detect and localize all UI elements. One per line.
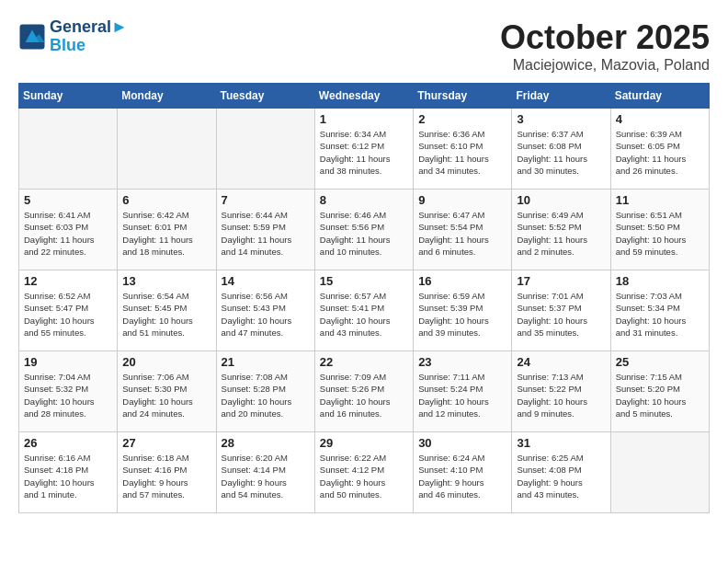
day-number: 23 <box>418 355 506 369</box>
day-number: 15 <box>320 274 408 288</box>
logo-icon <box>18 23 46 51</box>
weekday-header-thursday: Thursday <box>414 84 512 109</box>
day-number: 20 <box>122 355 210 369</box>
calendar-cell: 22Sunrise: 7:09 AM Sunset: 5:26 PM Dayli… <box>314 351 413 432</box>
calendar-cell: 7Sunrise: 6:44 AM Sunset: 5:59 PM Daylig… <box>216 190 314 270</box>
day-info: Sunrise: 7:06 AM Sunset: 5:30 PM Dayligh… <box>122 371 210 419</box>
weekday-header-sunday: Sunday <box>19 84 118 109</box>
calendar-cell: 12Sunrise: 6:52 AM Sunset: 5:47 PM Dayli… <box>19 270 118 351</box>
calendar-header: SundayMondayTuesdayWednesdayThursdayFrid… <box>19 84 710 109</box>
calendar-cell <box>610 432 709 513</box>
day-info: Sunrise: 6:49 AM Sunset: 5:52 PM Dayligh… <box>517 209 605 258</box>
day-number: 6 <box>122 193 210 207</box>
day-info: Sunrise: 6:57 AM Sunset: 5:41 PM Dayligh… <box>320 290 408 339</box>
day-info: Sunrise: 7:04 AM Sunset: 5:32 PM Dayligh… <box>24 371 112 419</box>
calendar-cell: 18Sunrise: 7:03 AM Sunset: 5:34 PM Dayli… <box>610 270 709 351</box>
day-info: Sunrise: 6:39 AM Sunset: 6:05 PM Dayligh… <box>616 128 704 177</box>
calendar-week-2: 5Sunrise: 6:41 AM Sunset: 6:03 PM Daylig… <box>19 190 710 270</box>
day-info: Sunrise: 7:01 AM Sunset: 5:37 PM Dayligh… <box>517 290 605 339</box>
weekday-header-row: SundayMondayTuesdayWednesdayThursdayFrid… <box>19 84 710 109</box>
calendar-week-1: 1Sunrise: 6:34 AM Sunset: 6:12 PM Daylig… <box>19 109 710 190</box>
day-info: Sunrise: 6:51 AM Sunset: 5:50 PM Dayligh… <box>616 209 704 258</box>
calendar-week-3: 12Sunrise: 6:52 AM Sunset: 5:47 PM Dayli… <box>19 270 710 351</box>
day-number: 11 <box>616 193 704 207</box>
day-number: 29 <box>320 436 408 450</box>
calendar-cell: 29Sunrise: 6:22 AM Sunset: 4:12 PM Dayli… <box>314 432 413 513</box>
day-info: Sunrise: 6:41 AM Sunset: 6:03 PM Dayligh… <box>24 209 112 258</box>
day-info: Sunrise: 6:37 AM Sunset: 6:08 PM Dayligh… <box>517 128 605 177</box>
day-number: 13 <box>122 274 210 288</box>
weekday-header-tuesday: Tuesday <box>216 84 314 109</box>
day-info: Sunrise: 6:59 AM Sunset: 5:39 PM Dayligh… <box>418 290 506 339</box>
day-info: Sunrise: 6:18 AM Sunset: 4:16 PM Dayligh… <box>122 452 210 500</box>
day-info: Sunrise: 7:15 AM Sunset: 5:20 PM Dayligh… <box>616 371 704 419</box>
calendar-cell: 10Sunrise: 6:49 AM Sunset: 5:52 PM Dayli… <box>512 190 610 270</box>
location-subtitle: Maciejowice, Mazovia, Poland <box>500 57 710 74</box>
day-number: 30 <box>418 436 506 450</box>
day-info: Sunrise: 7:13 AM Sunset: 5:22 PM Dayligh… <box>517 371 605 419</box>
day-info: Sunrise: 6:42 AM Sunset: 6:01 PM Dayligh… <box>122 209 210 258</box>
day-number: 25 <box>616 355 704 369</box>
calendar-cell: 25Sunrise: 7:15 AM Sunset: 5:20 PM Dayli… <box>610 351 709 432</box>
day-info: Sunrise: 7:11 AM Sunset: 5:24 PM Dayligh… <box>418 371 506 419</box>
day-info: Sunrise: 6:22 AM Sunset: 4:12 PM Dayligh… <box>320 452 408 500</box>
calendar-table: SundayMondayTuesdayWednesdayThursdayFrid… <box>18 83 710 513</box>
day-info: Sunrise: 7:08 AM Sunset: 5:28 PM Dayligh… <box>222 371 310 419</box>
day-number: 9 <box>418 193 506 207</box>
day-info: Sunrise: 6:20 AM Sunset: 4:14 PM Dayligh… <box>222 452 310 500</box>
calendar-cell: 4Sunrise: 6:39 AM Sunset: 6:05 PM Daylig… <box>610 109 709 190</box>
calendar-cell <box>19 109 118 190</box>
calendar-cell: 5Sunrise: 6:41 AM Sunset: 6:03 PM Daylig… <box>19 190 118 270</box>
weekday-header-friday: Friday <box>512 84 610 109</box>
calendar-cell <box>216 109 314 190</box>
day-info: Sunrise: 6:54 AM Sunset: 5:45 PM Dayligh… <box>122 290 210 339</box>
day-info: Sunrise: 6:52 AM Sunset: 5:47 PM Dayligh… <box>24 290 112 339</box>
day-number: 5 <box>24 193 112 207</box>
day-number: 10 <box>517 193 605 207</box>
day-number: 31 <box>517 436 605 450</box>
day-number: 14 <box>222 274 310 288</box>
day-info: Sunrise: 6:25 AM Sunset: 4:08 PM Dayligh… <box>517 452 605 500</box>
month-title: October 2025 <box>500 18 710 57</box>
logo-text: General► Blue <box>50 18 128 55</box>
day-info: Sunrise: 6:56 AM Sunset: 5:43 PM Dayligh… <box>222 290 310 339</box>
calendar-cell: 23Sunrise: 7:11 AM Sunset: 5:24 PM Dayli… <box>414 351 512 432</box>
day-number: 22 <box>320 355 408 369</box>
calendar-cell: 31Sunrise: 6:25 AM Sunset: 4:08 PM Dayli… <box>512 432 610 513</box>
calendar-cell: 13Sunrise: 6:54 AM Sunset: 5:45 PM Dayli… <box>118 270 216 351</box>
day-info: Sunrise: 6:24 AM Sunset: 4:10 PM Dayligh… <box>418 452 506 500</box>
calendar-cell: 8Sunrise: 6:46 AM Sunset: 5:56 PM Daylig… <box>314 190 413 270</box>
day-info: Sunrise: 6:46 AM Sunset: 5:56 PM Dayligh… <box>320 209 408 258</box>
day-info: Sunrise: 6:36 AM Sunset: 6:10 PM Dayligh… <box>418 128 506 177</box>
day-info: Sunrise: 6:44 AM Sunset: 5:59 PM Dayligh… <box>222 209 310 258</box>
day-number: 7 <box>222 193 310 207</box>
day-info: Sunrise: 7:03 AM Sunset: 5:34 PM Dayligh… <box>616 290 704 339</box>
day-number: 17 <box>517 274 605 288</box>
day-number: 16 <box>418 274 506 288</box>
calendar-cell: 30Sunrise: 6:24 AM Sunset: 4:10 PM Dayli… <box>414 432 512 513</box>
logo: General► Blue <box>18 18 128 55</box>
calendar-cell: 9Sunrise: 6:47 AM Sunset: 5:54 PM Daylig… <box>414 190 512 270</box>
day-number: 3 <box>517 112 605 126</box>
calendar-cell: 3Sunrise: 6:37 AM Sunset: 6:08 PM Daylig… <box>512 109 610 190</box>
calendar-cell: 26Sunrise: 6:16 AM Sunset: 4:18 PM Dayli… <box>19 432 118 513</box>
weekday-header-wednesday: Wednesday <box>314 84 413 109</box>
day-info: Sunrise: 7:09 AM Sunset: 5:26 PM Dayligh… <box>320 371 408 419</box>
calendar-cell: 16Sunrise: 6:59 AM Sunset: 5:39 PM Dayli… <box>414 270 512 351</box>
day-number: 24 <box>517 355 605 369</box>
calendar-cell: 19Sunrise: 7:04 AM Sunset: 5:32 PM Dayli… <box>19 351 118 432</box>
calendar-week-5: 26Sunrise: 6:16 AM Sunset: 4:18 PM Dayli… <box>19 432 710 513</box>
calendar-cell: 1Sunrise: 6:34 AM Sunset: 6:12 PM Daylig… <box>314 109 413 190</box>
calendar-body: 1Sunrise: 6:34 AM Sunset: 6:12 PM Daylig… <box>19 109 710 513</box>
day-number: 26 <box>24 436 112 450</box>
calendar-cell: 14Sunrise: 6:56 AM Sunset: 5:43 PM Dayli… <box>216 270 314 351</box>
day-info: Sunrise: 6:16 AM Sunset: 4:18 PM Dayligh… <box>24 452 112 500</box>
calendar-week-4: 19Sunrise: 7:04 AM Sunset: 5:32 PM Dayli… <box>19 351 710 432</box>
day-info: Sunrise: 6:47 AM Sunset: 5:54 PM Dayligh… <box>418 209 506 258</box>
calendar-cell: 11Sunrise: 6:51 AM Sunset: 5:50 PM Dayli… <box>610 190 709 270</box>
calendar-cell: 27Sunrise: 6:18 AM Sunset: 4:16 PM Dayli… <box>118 432 216 513</box>
calendar-cell: 21Sunrise: 7:08 AM Sunset: 5:28 PM Dayli… <box>216 351 314 432</box>
day-number: 19 <box>24 355 112 369</box>
calendar-cell: 20Sunrise: 7:06 AM Sunset: 5:30 PM Dayli… <box>118 351 216 432</box>
weekday-header-saturday: Saturday <box>610 84 709 109</box>
